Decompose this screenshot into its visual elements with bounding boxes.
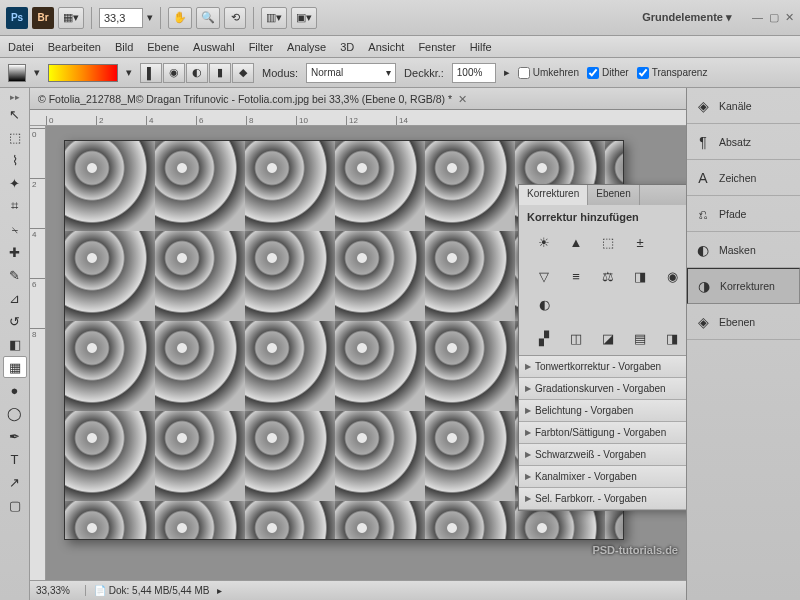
curves-icon[interactable]: ⬚ [595, 231, 621, 253]
posterize-icon[interactable]: ◫ [563, 327, 589, 349]
ruler-horizontal[interactable]: 02468101214 [30, 110, 686, 126]
linear-gradient-button[interactable]: ▌ [140, 63, 162, 83]
preset-item[interactable]: ▶Belichtung - Vorgaben [519, 400, 686, 422]
rail-korrekturen[interactable]: ◑Korrekturen [687, 268, 800, 304]
layers-icon: ◈ [695, 314, 711, 330]
menu-analyse[interactable]: Analyse [287, 41, 326, 53]
menu-filter[interactable]: Filter [249, 41, 273, 53]
bridge-logo-icon[interactable]: Br [32, 7, 54, 29]
minimize-icon[interactable]: — [752, 11, 763, 24]
brightness-contrast-icon[interactable]: ☀ [531, 231, 557, 253]
eraser-tool[interactable]: ◧ [3, 333, 27, 355]
dither-checkbox[interactable]: Dither [587, 67, 629, 79]
hand-tool-button[interactable]: ✋ [168, 7, 192, 29]
layout-picker-button[interactable]: ▦▾ [58, 7, 84, 29]
menu-datei[interactable]: Datei [8, 41, 34, 53]
type-tool[interactable]: T [3, 448, 27, 470]
options-bar: ▾ ▾ ▌ ◉ ◐ ▮ ◆ Modus: Normal▾ Deckkr.: 10… [0, 58, 800, 88]
status-zoom[interactable]: 33,33% [36, 585, 86, 596]
gradient-map-icon[interactable]: ▤ [627, 327, 653, 349]
shape-tool[interactable]: ▢ [3, 494, 27, 516]
wand-tool[interactable]: ✦ [3, 172, 27, 194]
hue-sat-icon[interactable]: ≡ [563, 265, 589, 287]
modus-label: Modus: [262, 67, 298, 79]
transparency-checkbox[interactable]: Transparenz [637, 67, 708, 79]
preset-item[interactable]: ▶Schwarzweiß - Vorgaben [519, 444, 686, 466]
diamond-gradient-button[interactable]: ◆ [232, 63, 254, 83]
canvas[interactable]: Korrekturen Ebenen ≡ Korrektur hinzufüge… [46, 126, 686, 580]
tool-preset-swatch[interactable] [8, 64, 26, 82]
close-tab-icon[interactable]: ✕ [458, 93, 467, 105]
screen-mode-button[interactable]: ▣▾ [291, 7, 317, 29]
blur-tool[interactable]: ● [3, 379, 27, 401]
rail-pfade[interactable]: ⎌Pfade [687, 196, 800, 232]
path-tool[interactable]: ↗ [3, 471, 27, 493]
reflected-gradient-button[interactable]: ▮ [209, 63, 231, 83]
eyedropper-tool[interactable]: ⍀ [3, 218, 27, 240]
blend-mode-select[interactable]: Normal▾ [306, 63, 396, 83]
close-icon[interactable]: ✕ [785, 11, 794, 24]
tab-korrekturen[interactable]: Korrekturen [519, 185, 588, 205]
angle-gradient-button[interactable]: ◐ [186, 63, 208, 83]
zoom-dropdown-icon[interactable]: ▾ [147, 11, 153, 24]
reverse-checkbox[interactable]: Umkehren [518, 67, 579, 79]
ps-logo-icon[interactable]: Ps [6, 7, 28, 29]
rail-kanaele[interactable]: ◈Kanäle [687, 88, 800, 124]
opacity-field[interactable]: 100% [452, 63, 496, 83]
heal-tool[interactable]: ✚ [3, 241, 27, 263]
selective-color-icon[interactable]: ◨ [659, 327, 685, 349]
rail-masken[interactable]: ◐Masken [687, 232, 800, 268]
channel-mixer-icon[interactable]: ◐ [531, 293, 557, 315]
marquee-tool[interactable]: ⬚ [3, 126, 27, 148]
opacity-label: Deckkr.: [404, 67, 444, 79]
rail-ebenen[interactable]: ◈Ebenen [687, 304, 800, 340]
gradient-tool[interactable]: ▦ [3, 356, 27, 378]
preset-item[interactable]: ▶Farbton/Sättigung - Vorgaben [519, 422, 686, 444]
brush-tool[interactable]: ✎ [3, 264, 27, 286]
canvas-area: © Fotolia_212788_M© Dragan Trifunovic - … [30, 88, 686, 600]
ruler-vertical[interactable]: 02468 [30, 126, 46, 580]
menu-hilfe[interactable]: Hilfe [470, 41, 492, 53]
crop-tool[interactable]: ⌗ [3, 195, 27, 217]
stamp-tool[interactable]: ⊿ [3, 287, 27, 309]
gradient-swatch[interactable] [48, 64, 118, 82]
radial-gradient-button[interactable]: ◉ [163, 63, 185, 83]
rail-absatz[interactable]: ¶Absatz [687, 124, 800, 160]
threshold-icon[interactable]: ◪ [595, 327, 621, 349]
levels-icon[interactable]: ▲ [563, 231, 589, 253]
menu-3d[interactable]: 3D [340, 41, 354, 53]
rail-zeichen[interactable]: AZeichen [687, 160, 800, 196]
menu-bearbeiten[interactable]: Bearbeiten [48, 41, 101, 53]
history-brush-tool[interactable]: ↺ [3, 310, 27, 332]
exposure-icon[interactable]: ± [627, 231, 653, 253]
black-white-icon[interactable]: ◨ [627, 265, 653, 287]
lasso-tool[interactable]: ⌇ [3, 149, 27, 171]
dodge-tool[interactable]: ◯ [3, 402, 27, 424]
tab-ebenen[interactable]: Ebenen [588, 185, 639, 205]
zoom-tool-button[interactable]: 🔍 [196, 7, 220, 29]
preset-item[interactable]: ▶Gradationskurven - Vorgaben [519, 378, 686, 400]
menu-bild[interactable]: Bild [115, 41, 133, 53]
rotate-view-button[interactable]: ⟲ [224, 7, 246, 29]
menu-auswahl[interactable]: Auswahl [193, 41, 235, 53]
menu-ansicht[interactable]: Ansicht [368, 41, 404, 53]
channels-icon: ◈ [695, 98, 711, 114]
vibrance-icon[interactable]: ▽ [531, 265, 557, 287]
maximize-icon[interactable]: ▢ [769, 11, 779, 24]
status-doc-size[interactable]: 📄 Dok: 5,44 MB/5,44 MB [94, 585, 209, 596]
document-tab[interactable]: © Fotolia_212788_M© Dragan Trifunovic - … [30, 88, 686, 110]
menu-fenster[interactable]: Fenster [418, 41, 455, 53]
move-tool[interactable]: ↖ [3, 103, 27, 125]
color-balance-icon[interactable]: ⚖ [595, 265, 621, 287]
preset-item[interactable]: ▶Kanalmixer - Vorgaben [519, 466, 686, 488]
workspace-picker[interactable]: Grundelemente ▾ [634, 11, 740, 24]
menu-ebene[interactable]: Ebene [147, 41, 179, 53]
preset-item[interactable]: ▶Tonwertkorrektur - Vorgaben [519, 356, 686, 378]
pen-tool[interactable]: ✒ [3, 425, 27, 447]
zoom-level-field[interactable]: 33,3 [99, 8, 143, 28]
invert-icon[interactable]: ▞ [531, 327, 557, 349]
paths-icon: ⎌ [695, 206, 711, 222]
preset-item[interactable]: ▶Sel. Farbkorr. - Vorgaben [519, 488, 686, 510]
photo-filter-icon[interactable]: ◉ [659, 265, 685, 287]
arrange-docs-button[interactable]: ▥▾ [261, 7, 287, 29]
